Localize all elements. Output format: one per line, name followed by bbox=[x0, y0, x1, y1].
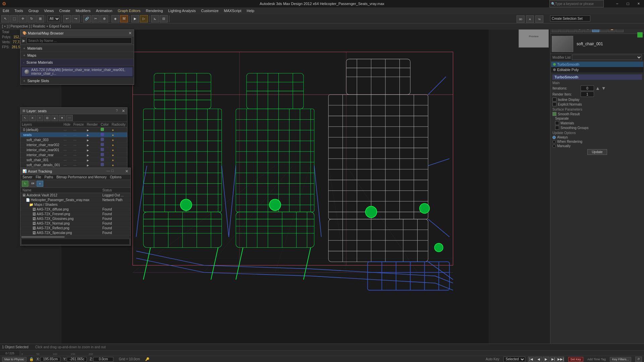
max-to-physac-btn[interactable]: Max to Physac bbox=[2, 357, 26, 362]
layers-extra-btn[interactable]: ⋯ bbox=[66, 115, 73, 121]
mat-browser-titlebar[interactable]: 🎨 Material/Map Browser ✕ bbox=[20, 30, 134, 37]
menu-graph-editors[interactable]: Graph Editors bbox=[115, 8, 143, 13]
list-item[interactable]: 🖼 AAS-72X_Normal.png Found bbox=[20, 221, 130, 226]
asset-menu-file[interactable]: File bbox=[36, 175, 41, 179]
scale-btn[interactable]: ⊞ bbox=[36, 15, 44, 22]
iter-up-btn[interactable]: ▲ bbox=[595, 85, 600, 91]
select-tool-btn[interactable]: ↖ bbox=[1, 15, 9, 22]
y-input[interactable] bbox=[67, 357, 87, 362]
asset-menu-bitmap[interactable]: Bitmap Performance and Memory bbox=[56, 175, 107, 179]
update-button[interactable]: Update bbox=[587, 149, 607, 155]
next-frame-btn[interactable]: ▶| bbox=[550, 357, 557, 362]
menu-create[interactable]: Create bbox=[56, 8, 73, 13]
asset-menu-options[interactable]: Options bbox=[110, 175, 121, 179]
named-selection-input[interactable] bbox=[550, 15, 590, 21]
mat-materials-section[interactable]: + Materials bbox=[20, 45, 134, 52]
table-row[interactable]: interior_chair_rear002 — — ▶ ★ bbox=[20, 142, 127, 147]
asset-path-input[interactable] bbox=[21, 239, 130, 245]
list-item[interactable]: 🖼 AAS-72X_Fresnel.png Found bbox=[20, 212, 130, 217]
list-item[interactable]: 🏛 Autodesk Vault 2012 Logged Out ... bbox=[20, 193, 130, 198]
table-row[interactable]: interior_chair_rear001 — — ▶ ★ bbox=[20, 147, 127, 153]
smooth-result-checkbox[interactable] bbox=[552, 112, 556, 116]
menu-help[interactable]: Help bbox=[244, 8, 257, 13]
when-rendering-radio[interactable] bbox=[552, 140, 556, 143]
table-row[interactable]: soft_chair_003 — — ▶ ★ bbox=[20, 137, 127, 142]
layers-delete-btn[interactable]: ✕ bbox=[29, 115, 36, 121]
last-frame-btn[interactable]: ▶▶| bbox=[557, 357, 564, 362]
asset-minimize-btn[interactable]: — bbox=[106, 169, 110, 173]
array-btn[interactable]: ⊟ bbox=[160, 15, 168, 22]
asset-list-btn[interactable]: ≡ bbox=[37, 181, 43, 187]
set-key-btn[interactable]: Set Key bbox=[568, 357, 584, 362]
asset-scrollbar-thumb[interactable] bbox=[21, 236, 65, 238]
bind-to-space-btn[interactable]: ⊕ bbox=[100, 15, 108, 22]
select-region-btn[interactable]: ⬚ bbox=[10, 15, 18, 22]
modifier-dropdown[interactable] bbox=[572, 55, 642, 60]
always-radio[interactable] bbox=[552, 136, 556, 139]
materials-checkbox[interactable] bbox=[555, 121, 559, 125]
explicit-checkbox[interactable] bbox=[552, 102, 556, 106]
redo-btn[interactable]: ↪ bbox=[72, 15, 80, 22]
unlink-btn[interactable]: ✂ bbox=[92, 15, 100, 22]
timeline-ruler[interactable]: 0 50 100 150 200 bbox=[20, 351, 644, 356]
layers-select-all-btn[interactable]: ⊞ bbox=[44, 115, 51, 121]
asset-close[interactable]: ✕ bbox=[125, 169, 128, 174]
asset-map-btn[interactable]: 🗺 bbox=[29, 181, 36, 187]
time-config-btn[interactable]: ⏱ bbox=[635, 357, 642, 362]
layers-select-btn[interactable]: ↖ bbox=[22, 115, 29, 121]
mat-search-input[interactable] bbox=[26, 38, 132, 44]
mat-maps-section[interactable]: + Maps bbox=[20, 52, 134, 59]
smoothing-checkbox[interactable] bbox=[555, 126, 559, 130]
iterations-input[interactable] bbox=[581, 85, 594, 91]
layers-move-up-btn[interactable]: ▲ bbox=[51, 115, 58, 121]
asset-titlebar[interactable]: 📊 Asset Tracking — □ ✕ bbox=[20, 168, 130, 175]
z-input[interactable] bbox=[93, 357, 113, 362]
list-item[interactable]: 📁 Maps / Shaders bbox=[20, 202, 130, 207]
snap-angle-btn[interactable]: A bbox=[526, 15, 534, 23]
mat-sample-slots-section[interactable]: + Sample Slots bbox=[20, 77, 134, 84]
search-input[interactable] bbox=[555, 2, 602, 6]
render-scene-btn[interactable]: ▶ bbox=[131, 15, 139, 22]
modifier-edpoly[interactable]: Editable Poly bbox=[551, 67, 643, 72]
menu-rendering[interactable]: Rendering bbox=[143, 8, 166, 13]
key-filters-btn[interactable]: Key Filters... bbox=[610, 357, 631, 362]
table-row[interactable]: soft_chair_001 — — ▶ ★ bbox=[20, 158, 127, 163]
menu-group[interactable]: Group bbox=[26, 8, 42, 13]
layers-help-btn[interactable]: ? bbox=[116, 109, 118, 113]
mat-scene-materials-section[interactable]: - Scene Materials bbox=[20, 59, 134, 66]
rotate-btn[interactable]: ↻ bbox=[28, 15, 36, 22]
x-input[interactable] bbox=[40, 357, 60, 362]
move-btn[interactable]: ✛ bbox=[19, 15, 27, 22]
modifier-turbosm[interactable]: TurboSmooth bbox=[551, 62, 643, 67]
link-btn[interactable]: 🔗 bbox=[83, 15, 91, 22]
asset-maximize-btn[interactable]: □ bbox=[111, 169, 114, 173]
mirror-btn[interactable]: ⊾ bbox=[151, 15, 159, 22]
material-btn[interactable]: M bbox=[120, 15, 128, 22]
menu-customize[interactable]: Customize bbox=[199, 8, 221, 13]
table-row[interactable]: 0 (default) — — ▶ ★ bbox=[20, 127, 127, 132]
layers-titlebar[interactable]: ⊞ Layer: seats ? ✕ bbox=[20, 108, 127, 114]
menu-edit[interactable]: Edit bbox=[0, 8, 12, 13]
table-row[interactable]: soft_chair_details_001 — — ▶ ★ bbox=[20, 163, 127, 168]
selected-dropdown[interactable]: Selected bbox=[503, 357, 525, 362]
table-row[interactable]: interior_chair_rear — — ▶ ★ bbox=[20, 153, 127, 158]
list-item[interactable]: 🖼 AAS-72X_diffuse.png Found bbox=[20, 207, 130, 212]
add-time-tag-btn[interactable]: Add Time Tag bbox=[587, 358, 606, 361]
asset-scrollbar[interactable] bbox=[20, 235, 130, 238]
play-back-btn[interactable]: ◀ bbox=[535, 357, 542, 362]
list-item[interactable]: 📄 Helicopter_Passenger_Seats_vray.max Ne… bbox=[20, 198, 130, 202]
view-cube-btn[interactable]: ◈ bbox=[111, 15, 119, 22]
layers-add-btn[interactable]: + bbox=[37, 115, 43, 121]
snap-pct-btn[interactable]: % bbox=[535, 15, 543, 23]
asset-menu-server[interactable]: Server bbox=[22, 175, 32, 179]
close-button[interactable]: × bbox=[633, 0, 644, 7]
layers-move-down-btn[interactable]: ▼ bbox=[59, 115, 65, 121]
undo-btn[interactable]: ↩ bbox=[63, 15, 71, 22]
list-item[interactable]: 🖼 AAS-72X_Glossines.png Found bbox=[20, 217, 130, 221]
asset-menu-paths[interactable]: Paths bbox=[45, 175, 53, 179]
obj-color-swatch[interactable] bbox=[637, 32, 643, 38]
minimize-button[interactable]: − bbox=[612, 0, 623, 7]
quick-render-btn[interactable]: ▷ bbox=[140, 15, 148, 22]
play-fwd-btn[interactable]: ▶ bbox=[543, 357, 549, 362]
menu-animation[interactable]: Animation bbox=[93, 8, 115, 13]
